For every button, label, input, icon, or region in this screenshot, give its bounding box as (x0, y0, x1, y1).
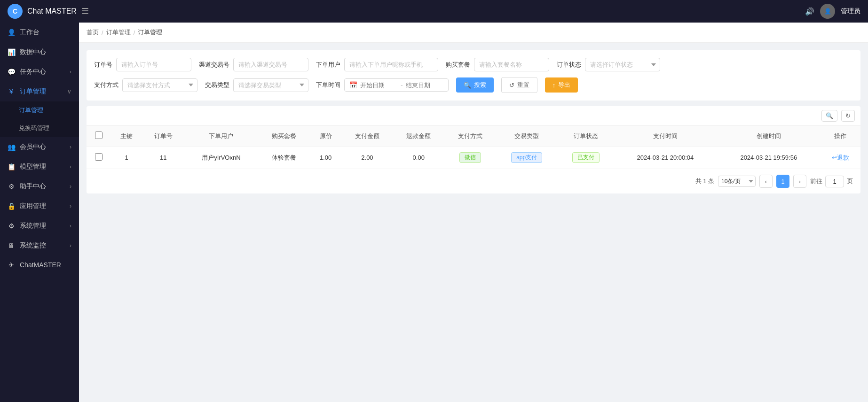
logo-text: C (13, 8, 17, 15)
filter-row-2: 支付方式 请选择支付方式 交易类型 请选择交易类型 下单时间 (94, 77, 853, 93)
table-header-row: 主键 订单号 下单用户 购买套餐 原价 支付金额 退款金额 支付方式 交易类型 … (87, 126, 860, 147)
sidebar-item-system-monitor[interactable]: 🖥 系统监控 › (0, 236, 79, 255)
table-body: 1 11 用户yIrVOxnN 体验套餐 1.00 2.00 0.00 微信 (87, 147, 860, 169)
sidebar-item-order-mgmt[interactable]: ¥ 订单管理 ∨ (0, 82, 79, 101)
filter-group-payment-method: 支付方式 请选择支付方式 (94, 78, 197, 92)
filter-group-status: 订单状态 请选择订单状态 (557, 58, 660, 71)
sidebar-item-member-center[interactable]: 👥 会员中心 › (0, 137, 79, 157)
col-tx-type: 交易类型 (496, 126, 558, 147)
pagination-prev-btn[interactable]: ‹ (759, 175, 773, 188)
col-package: 购买套餐 (258, 126, 309, 147)
member-center-icon: 👥 (8, 143, 15, 151)
sound-icon[interactable]: 🔊 (805, 7, 814, 16)
row-checkbox[interactable] (95, 153, 103, 161)
col-user: 下单用户 (184, 126, 258, 147)
app-title: Chat MASTER (27, 7, 77, 15)
filter-group-package: 购买套餐 (446, 58, 549, 71)
table-refresh-btn[interactable]: ↻ (841, 110, 855, 122)
calendar-icon: 📅 (349, 81, 357, 89)
date-start-input[interactable] (360, 82, 398, 89)
tx-type-select[interactable]: 请选择交易类型 (233, 78, 308, 92)
pagination-page-1-btn[interactable]: 1 (776, 175, 789, 188)
sidebar-item-model-mgmt-left: 📋 模型管理 (8, 162, 46, 171)
sidebar-item-data-center[interactable]: 📊 数据中心 (0, 42, 79, 62)
assistant-center-chevron: › (70, 183, 71, 190)
date-end-input[interactable] (406, 82, 443, 89)
table-toolbar: 🔍 ↻ (87, 106, 860, 126)
data-center-icon: 📊 (8, 48, 15, 56)
user-input[interactable] (344, 58, 438, 71)
search-button-label: 搜索 (474, 81, 486, 89)
sidebar-order-submenu: 订单管理 兑换码管理 (0, 101, 79, 137)
app-mgmt-chevron: › (70, 203, 71, 209)
export-button-label: 导出 (558, 81, 570, 89)
system-mgmt-chevron: › (70, 223, 71, 229)
col-create-time: 创建时间 (717, 126, 821, 147)
menu-icon[interactable]: ☰ (81, 6, 89, 16)
pagination-size-select[interactable]: 10条/页 20条/页 50条/页 (718, 176, 756, 187)
select-all-checkbox[interactable] (95, 131, 103, 139)
channel-tx-input[interactable] (233, 58, 308, 71)
filter-group-channel-tx: 渠道交易号 (199, 58, 308, 71)
row-create-time: 2024-03-21 19:59:56 (717, 147, 821, 169)
col-paid-amount: 支付金额 (341, 126, 393, 147)
header-left: C Chat MASTER ☰ (8, 4, 89, 19)
sidebar-item-system-mgmt[interactable]: ⚙ 系统管理 › (0, 216, 79, 236)
sidebar-label-redeem-code: 兑换码管理 (19, 124, 49, 132)
payment-method-select[interactable]: 请选择支付方式 (122, 78, 197, 92)
package-input[interactable] (474, 58, 549, 71)
col-refund-amount: 退款金额 (393, 126, 444, 147)
table-header: 主键 订单号 下单用户 购买套餐 原价 支付金额 退款金额 支付方式 交易类型 … (87, 126, 860, 147)
sidebar-label-assistant-center: 助手中心 (20, 182, 46, 191)
assistant-center-icon: ⚙ (8, 183, 15, 190)
sidebar-item-order-list[interactable]: 订单管理 (0, 101, 79, 119)
col-status: 订单状态 (558, 126, 614, 147)
breadcrumb-order-mgmt[interactable]: 订单管理 (106, 28, 131, 37)
app-mgmt-icon: 🔒 (8, 202, 15, 210)
search-button[interactable]: 🔍 搜索 (456, 77, 494, 93)
breadcrumb: 首页 / 订单管理 / 订单管理 (79, 23, 868, 43)
sidebar-item-chatmaster[interactable]: ✈ ChatMASTER (0, 255, 79, 274)
payment-method-label: 支付方式 (94, 81, 118, 89)
order-no-input[interactable] (116, 58, 191, 71)
sidebar-label-member-center: 会员中心 (20, 143, 46, 151)
sidebar-label-order-mgmt: 订单管理 (20, 87, 46, 96)
row-original-price: 1.00 (310, 147, 342, 169)
breadcrumb-sep-2: / (134, 29, 135, 36)
sidebar-label-model-mgmt: 模型管理 (20, 162, 46, 171)
sidebar-item-task-center-left: 💬 任务中心 (8, 68, 46, 76)
sidebar: 👤 工作台 📊 数据中心 💬 任务中心 › ¥ 订单管理 ∨ (0, 23, 79, 402)
status-select[interactable]: 请选择订单状态 (585, 58, 660, 71)
sidebar-item-task-center[interactable]: 💬 任务中心 › (0, 62, 79, 82)
sidebar-item-member-center-left: 👥 会员中心 (8, 143, 46, 151)
date-range-separator: - (401, 81, 403, 89)
prev-icon: ‹ (765, 178, 767, 185)
sidebar-item-model-mgmt[interactable]: 📋 模型管理 › (0, 157, 79, 177)
col-order-no: 订单号 (142, 126, 184, 147)
filter-group-user: 下单用户 (316, 58, 438, 71)
sidebar-item-redeem-code[interactable]: 兑换码管理 (0, 119, 79, 137)
export-button[interactable]: ↑ 导出 (545, 77, 578, 93)
reset-icon: ↺ (509, 82, 514, 89)
system-monitor-icon: 🖥 (8, 242, 15, 249)
sidebar-label-task-center: 任务中心 (20, 68, 46, 76)
sidebar-item-assistant-center[interactable]: ⚙ 助手中心 › (0, 177, 79, 196)
col-pay-time: 支付时间 (614, 126, 717, 147)
sidebar-item-system-mgmt-left: ⚙ 系统管理 (8, 222, 46, 230)
pagination-total: 共 1 条 (695, 177, 714, 186)
sidebar-item-app-mgmt[interactable]: 🔒 应用管理 › (0, 196, 79, 216)
table-search-btn[interactable]: 🔍 (821, 110, 837, 122)
page-jump-input[interactable] (825, 176, 844, 187)
breadcrumb-home[interactable]: 首页 (87, 28, 99, 37)
pagination-next-btn[interactable]: › (793, 175, 806, 188)
row-package: 体验套餐 (258, 147, 309, 169)
sidebar-item-workbench[interactable]: 👤 工作台 (0, 23, 79, 42)
refund-action-link[interactable]: ↩退款 (832, 154, 849, 161)
status-badge: 已支付 (572, 152, 600, 163)
system-monitor-chevron: › (70, 242, 71, 249)
sidebar-label-system-monitor: 系统监控 (20, 241, 46, 250)
reset-button[interactable]: ↺ 重置 (501, 77, 537, 93)
row-user: 用户yIrVOxnN (184, 147, 258, 169)
sidebar-item-assistant-center-left: ⚙ 助手中心 (8, 182, 46, 191)
status-label: 订单状态 (557, 61, 581, 69)
